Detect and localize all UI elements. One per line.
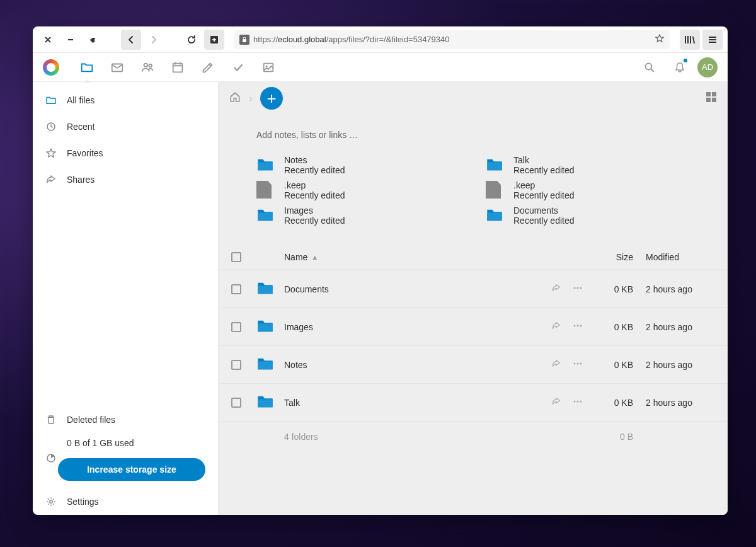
sidebar-item-label: All files	[67, 95, 94, 105]
column-modified[interactable]: Modified	[633, 252, 715, 262]
row-modified: 2 hours ago	[633, 360, 715, 370]
forward-button[interactable]	[144, 30, 164, 50]
lock-icon	[239, 35, 249, 45]
column-name[interactable]: Name▲	[284, 252, 513, 262]
share-icon[interactable]	[551, 321, 561, 333]
row-size: 0 KB	[583, 284, 633, 294]
nav-photos-icon[interactable]	[256, 55, 281, 80]
recent-item-sub: Recently edited	[513, 190, 575, 200]
new-tab-button[interactable]	[204, 30, 224, 50]
notifications-icon[interactable]	[667, 55, 692, 80]
sidebar-item-all-files[interactable]: All files	[33, 87, 218, 113]
menu-button[interactable]	[702, 30, 723, 50]
library-button[interactable]	[680, 30, 700, 50]
folder-icon	[256, 206, 275, 225]
url-bar[interactable]: https://ecloud.global/apps/files/?dir=/&…	[234, 30, 670, 49]
notes-hint[interactable]: Add notes, lists or links …	[219, 115, 728, 147]
svg-point-7	[266, 65, 268, 67]
sidebar-item-recent[interactable]: Recent	[33, 113, 218, 140]
sort-arrow-icon: ▲	[311, 253, 318, 261]
recent-item[interactable]: Images Recently edited	[256, 205, 461, 226]
sidebar-item-favorites[interactable]: Favorites	[33, 140, 218, 166]
row-checkbox[interactable]	[231, 360, 241, 370]
trash-icon	[45, 414, 57, 425]
column-size[interactable]: Size	[583, 252, 633, 262]
share-icon[interactable]	[551, 283, 561, 295]
table-row[interactable]: Images 0 KB 2 hours ago	[219, 308, 728, 346]
close-button[interactable]	[38, 30, 58, 50]
row-size: 0 KB	[583, 322, 633, 332]
file-icon	[486, 181, 505, 200]
svg-rect-14	[706, 98, 711, 102]
table-row[interactable]: Notes 0 KB 2 hours ago	[219, 346, 728, 384]
svg-point-27	[580, 401, 582, 403]
home-icon[interactable]	[229, 91, 241, 106]
svg-rect-1	[243, 39, 246, 42]
more-icon[interactable]	[573, 283, 583, 295]
url-text: https://ecloud.global/apps/files/?dir=/&…	[253, 35, 651, 44]
sidebar-item-deleted[interactable]: Deleted files	[33, 406, 218, 433]
nav-contacts-icon[interactable]	[135, 55, 160, 80]
grid-view-icon[interactable]	[705, 91, 718, 106]
recent-item[interactable]: Notes Recently edited	[256, 155, 461, 175]
recent-item[interactable]: .keep Recently edited	[256, 180, 461, 200]
folder-icon	[256, 279, 284, 299]
minimize-button[interactable]	[60, 30, 81, 50]
increase-storage-button[interactable]: Increase storage size	[58, 458, 205, 481]
add-button[interactable]: +	[260, 87, 283, 110]
recent-item-name: Notes	[284, 155, 345, 165]
more-icon[interactable]	[573, 396, 583, 408]
recent-item-name: .keep	[284, 180, 345, 190]
svg-point-22	[574, 363, 576, 365]
app-header: AD	[33, 53, 728, 82]
maximize-button[interactable]	[83, 30, 103, 50]
row-checkbox[interactable]	[231, 398, 241, 408]
svg-point-25	[574, 401, 576, 403]
nav-mail-icon[interactable]	[105, 55, 130, 80]
pie-icon	[45, 452, 57, 466]
share-icon	[45, 174, 57, 185]
recent-item[interactable]: Documents Recently edited	[486, 205, 690, 226]
folder-icon	[256, 156, 275, 175]
more-icon[interactable]	[573, 321, 583, 333]
nav-notes-icon[interactable]	[195, 55, 220, 80]
share-icon[interactable]	[551, 359, 561, 371]
select-all-checkbox[interactable]	[231, 252, 241, 262]
browser-window: https://ecloud.global/apps/files/?dir=/&…	[33, 26, 728, 515]
reload-button[interactable]	[181, 30, 202, 50]
search-icon[interactable]	[637, 55, 662, 80]
nav-calendar-icon[interactable]	[165, 55, 190, 80]
recent-item[interactable]: .keep Recently edited	[486, 180, 690, 200]
recent-item-sub: Recently edited	[284, 190, 345, 200]
svg-rect-15	[712, 98, 716, 102]
recent-item-sub: Recently edited	[284, 165, 345, 175]
svg-point-17	[577, 287, 579, 289]
breadcrumb: › +	[219, 82, 728, 115]
bookmark-star-icon[interactable]	[655, 33, 665, 45]
app-logo[interactable]	[43, 59, 59, 76]
svg-point-23	[577, 363, 579, 365]
nav-tasks-icon[interactable]	[226, 55, 251, 80]
svg-rect-5	[173, 63, 183, 72]
sidebar-item-label: Favorites	[67, 148, 103, 158]
svg-point-16	[574, 287, 576, 289]
avatar[interactable]: AD	[697, 57, 718, 78]
back-button[interactable]	[121, 30, 141, 50]
folder-icon	[256, 355, 284, 374]
recent-item[interactable]: Talk Recently edited	[486, 155, 690, 175]
more-icon[interactable]	[573, 359, 583, 371]
sidebar-item-settings[interactable]: Settings	[33, 488, 218, 515]
file-icon	[256, 181, 275, 200]
notification-dot	[684, 59, 687, 62]
table-row[interactable]: Talk 0 KB 2 hours ago	[219, 384, 728, 422]
share-icon[interactable]	[551, 396, 561, 408]
table-row[interactable]: Documents 0 KB 2 hours ago	[219, 270, 728, 308]
titlebar: https://ecloud.global/apps/files/?dir=/&…	[33, 26, 728, 53]
nav-files-icon[interactable]	[74, 55, 100, 80]
gear-icon	[45, 496, 57, 507]
sidebar-item-shares[interactable]: Shares	[33, 166, 218, 193]
folder-icon	[256, 317, 284, 337]
row-checkbox[interactable]	[231, 284, 241, 294]
sidebar-item-label: Settings	[67, 497, 99, 507]
row-checkbox[interactable]	[231, 322, 241, 332]
